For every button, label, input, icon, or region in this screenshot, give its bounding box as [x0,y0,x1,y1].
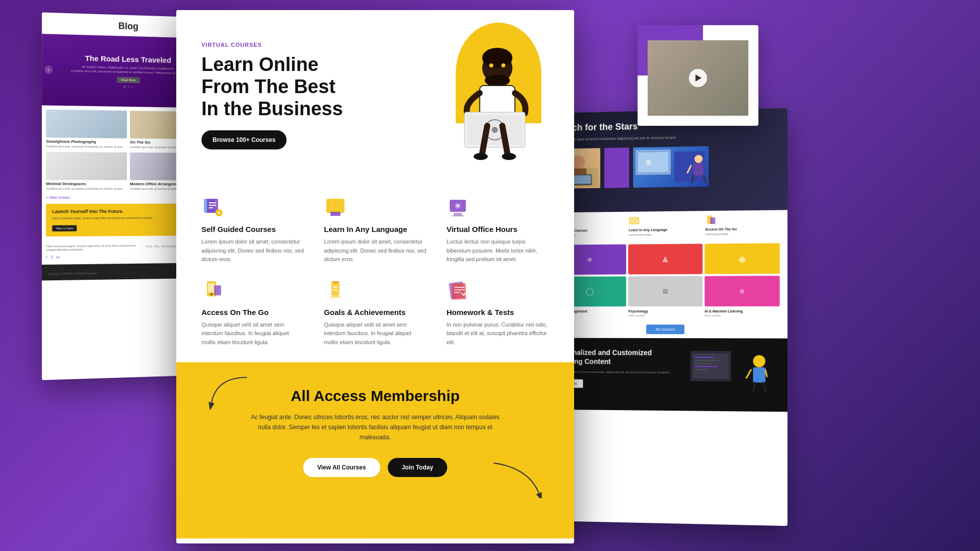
shape-circle-pink: ● [739,285,745,297]
feature-text-5: Quisque aliquet velit sit amet sem inter… [324,321,426,347]
color-box-6: ● [705,276,780,306]
blog-card-title-3: Minimal Deskspaces [46,181,127,186]
homework-svg [448,280,468,300]
play-button[interactable] [689,69,707,87]
svg-point-1 [485,74,510,87]
color-box-3: ◆ [705,243,780,274]
features-grid: Self Guided Courses Lorem ipsum dolor si… [201,196,549,347]
blog-hero-content: The Road Less Traveled BY KENNY KING | F… [60,53,194,85]
svg-rect-49 [638,151,668,172]
learn-hero-title: Learn Online From The Best In the Busine… [201,54,428,120]
access-icon [201,279,224,302]
blog-card-title-1: Smartphone Photography [46,139,127,144]
svg-rect-29 [208,283,215,292]
feature-office: Virtual Office Hours Luctus lectus non q… [447,196,549,264]
catalog-mockup: Reach for the Stars Lorem ipsum dolor si… [546,108,787,526]
svg-line-79 [763,382,765,391]
mini-feature-3: Access On The Go Lorem ipsum dolor [705,214,780,237]
feature-goals: Goals & Achievements Quisque aliquet vel… [324,279,426,347]
catalog-bottom-svg [688,348,780,400]
blog-card-3: Minimal Deskspaces Curabitur arcu erat, … [46,151,127,191]
shape-circle-purple: ● [587,254,593,265]
mini-icon-3 [705,215,716,226]
virtual-courses-label: VIRTUAL COURSES [201,42,428,48]
feature-language: ⚡ Learn In Any Language Lorem ipsum dolo… [324,196,426,264]
svg-point-74 [753,355,765,367]
color-boxes-grid: ● ▲ ◆ ⬠ ■ ● [546,240,787,309]
feature-text-4: Quisque aliquet velit sit amet sem inter… [201,321,304,347]
title-line3: In the Business [201,98,343,119]
svg-line-78 [753,382,755,391]
mini-title-2: Learn In Any Language [628,227,702,231]
cat-label-2: Psychology View courses [628,309,703,317]
blog-hero-btn[interactable]: Read More [117,77,140,84]
blog-nav-blog[interactable]: Blog [155,245,160,248]
view-courses-btn[interactable]: View All Courses [303,458,380,477]
social-tw[interactable]: 𝕏 [50,255,53,260]
catalog-bottom: Personalized and Customized Learning Con… [546,338,787,412]
video-mockup [638,25,758,126]
catalog-tech-svg: ⊞ [633,146,709,187]
svg-rect-66 [710,217,715,224]
feature-self-guided: Self Guided Courses Lorem ipsum dolor si… [201,196,304,264]
svg-rect-34 [333,286,337,288]
mini-text-2: Lorem ipsum dolor [628,232,702,237]
blog-card-text-3: Curabitur arcu erat, accumsan id imperdi… [46,187,127,191]
svg-text:⚡: ⚡ [632,219,637,223]
blog-footer-text: Vitae consequat augue. Vivamus eget dolo… [46,244,143,253]
svg-text:⊞: ⊞ [646,158,652,166]
svg-line-57 [704,175,706,182]
blog-img-keyboard [46,151,127,180]
learn-hero: VIRTUAL COURSES Learn Online From The Be… [176,10,574,181]
svg-point-8 [474,153,488,160]
blog-prev-arrow[interactable]: ‹ [44,65,52,74]
homework-icon [447,279,469,302]
mini-title-3: Access On The Go [705,227,780,231]
feature-title-1: Self Guided Courses [201,225,304,233]
feature-text-2: Lorem ipsum dolor sit amet, consectetur … [324,238,426,264]
title-line2: From The Best [201,76,335,97]
play-triangle-icon [695,74,702,82]
learn-hero-left: VIRTUAL COURSES Learn Online From The Be… [201,30,438,161]
blog-card-img-1 [46,110,127,138]
blog-cta-btn[interactable]: Take a Class [52,225,77,231]
mini-feature-2: ⚡ Learn In Any Language Lorem ipsum dolo… [628,215,702,237]
features-mini-grid: Self Guided Courses Lorem ipsum dolor ⚡ … [546,210,787,242]
learn-mockup: VIRTUAL COURSES Learn Online From The Be… [176,10,574,543]
blog-img-laptop [46,110,127,138]
svg-point-10 [489,63,494,67]
social-ig[interactable]: in [56,255,59,260]
browse-btn[interactable]: Browse 100+ Courses [201,130,287,149]
language-icon: ⚡ [324,196,346,219]
shape-diamond-yellow: ◆ [738,253,746,265]
feature-text-1: Lorem ipsum dolor sit amet, consectetur … [201,238,304,264]
blog-card-1: Smartphone Photography Curabitur arcu er… [46,110,127,149]
cat-sub-2: View courses [628,314,703,317]
catalog-img-accent [604,147,629,188]
svg-line-77 [765,370,767,376]
blog-nav-membership[interactable]: Memberships [162,245,176,248]
social-fb[interactable]: f [46,255,47,260]
svg-line-76 [746,370,751,378]
feature-homework: Homework & Tests In non pulvinar purus. … [447,279,549,347]
cat-title-2: Psychology [628,309,703,313]
arrow-right-svg [483,458,544,498]
svg-point-2 [482,48,513,68]
blog-footer-left: Vitae consequat augue. Vivamus eget dolo… [46,243,143,260]
access-svg [203,280,223,300]
color-box-5: ■ [628,276,703,306]
feature-text-6: In non pulvinar purus. Curabitur nisl od… [447,321,549,347]
blog-social-links: f 𝕏 in [46,254,143,260]
all-courses-btn-container: All courses [546,321,787,339]
arrow-left-svg [206,372,257,413]
goals-icon [324,279,346,302]
blog-nav-home[interactable]: Home [146,245,153,248]
join-today-btn[interactable]: Join Today [388,458,447,477]
learn-hero-right [438,30,554,161]
catalog-hero-imgs: ⊞ [556,145,777,189]
title-line1: Learn Online [201,54,318,75]
hero-illustration [446,23,546,169]
language-svg: ⚡ [325,198,345,218]
all-courses-btn[interactable]: All courses [647,325,684,334]
blog-card-img-3 [46,151,127,180]
